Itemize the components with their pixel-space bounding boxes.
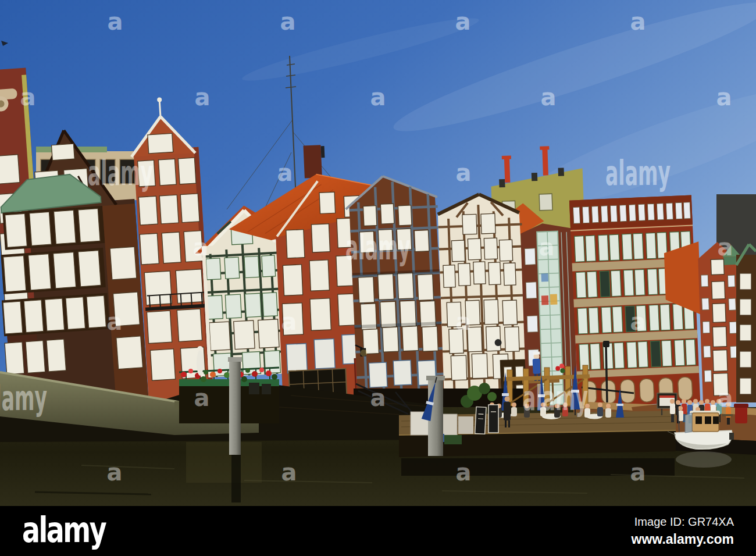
watermark-logo: alamy <box>345 228 411 268</box>
photo-area: alamy alamy alamy alamy alamy a a a a a … <box>0 0 756 506</box>
watermark-letter: a <box>107 459 123 486</box>
watermark-letter: a <box>370 84 386 111</box>
street-lamp-icon <box>603 341 609 347</box>
watermark-letter: a <box>716 84 732 111</box>
chalkboard-sign <box>488 405 498 433</box>
watermark-letter: a <box>539 234 555 261</box>
chalkboard-sign <box>475 407 486 434</box>
watermark-letter: a <box>277 159 293 186</box>
watermark-logo: alamy <box>523 379 588 418</box>
watermark-letter: a <box>718 384 733 411</box>
watermark-letter: a <box>108 8 123 35</box>
watermark-logo: alamy <box>0 379 47 418</box>
watermark-logo: alamy <box>605 154 671 193</box>
watermark-letter: a <box>370 384 386 411</box>
watermark-letter: a <box>194 384 210 411</box>
watermark-letter: a <box>456 308 472 335</box>
watermark-letter: a <box>107 308 123 335</box>
watermark-letter: a <box>630 308 646 335</box>
watermark-letter: a <box>456 459 472 486</box>
building-far-right <box>736 244 756 402</box>
watermark-letter: a <box>193 234 209 261</box>
red-bin <box>735 406 747 423</box>
red-chimney-pipe <box>504 158 510 183</box>
watermark-letter: a <box>195 84 211 111</box>
watermark-letter: a <box>630 8 646 35</box>
watermark-letter: a <box>456 159 472 186</box>
watermark-letter: a <box>280 8 296 35</box>
watermark-logo: alamy <box>88 154 153 193</box>
watermark-letter: a <box>718 234 733 261</box>
stock-photo-page: alamy alamy alamy alamy alamy a a a a a … <box>0 0 756 556</box>
alamy-logo: alamy <box>22 509 105 550</box>
white-statue <box>197 346 204 376</box>
watermark-letter: a <box>281 308 297 335</box>
watermark-letter: a <box>455 8 471 35</box>
watermark-letter: a <box>541 84 557 111</box>
watermark-letter: a <box>281 459 297 486</box>
watermark-letter: a <box>20 84 36 111</box>
image-id: Image ID: GR74XA <box>632 515 734 529</box>
image-meta: Image ID: GR74XA www.alamy.com <box>632 515 734 547</box>
red-chimney-pipe <box>542 148 548 175</box>
mooring-post-tall <box>228 357 242 455</box>
footer-bar: alamy Image ID: GR74XA www.alamy.com <box>0 506 756 556</box>
photo-canvas: alamy alamy alamy alamy alamy a a a a a … <box>0 0 756 506</box>
watermark-letter: a <box>630 459 646 486</box>
website-url: www.alamy.com <box>632 532 734 547</box>
